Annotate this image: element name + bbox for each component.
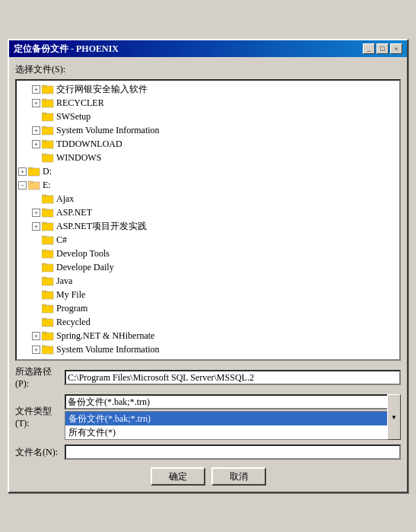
svg-rect-33 bbox=[42, 304, 46, 306]
svg-rect-2 bbox=[42, 100, 53, 107]
expand-button[interactable]: + bbox=[32, 140, 40, 148]
tree-item-label: Recycled bbox=[56, 317, 91, 328]
window-title: 定位备份文件 - PHOENIX bbox=[14, 43, 119, 56]
tree-item-label: E: bbox=[43, 180, 51, 191]
tree-item[interactable]: + Spring.NET & NHibernate bbox=[18, 329, 398, 342]
folder-icon bbox=[42, 207, 54, 218]
svg-rect-40 bbox=[42, 360, 53, 361]
expand-button[interactable]: + bbox=[32, 222, 40, 231]
expand-button[interactable]: + bbox=[32, 346, 40, 354]
tree-item[interactable]: - E: bbox=[18, 178, 398, 192]
tree-item[interactable]: WINDOWS bbox=[18, 151, 398, 164]
tree-item-label: My File bbox=[56, 289, 85, 301]
tree-item[interactable]: SWSetup bbox=[18, 110, 398, 123]
window-body: 选择文件(S): + 交行网银安全输入软件+ RECYCLER SWSetup+… bbox=[9, 57, 407, 492]
path-label: 所选路径(P): bbox=[15, 365, 65, 390]
tree-item-label: 交行网银安全输入软件 bbox=[56, 83, 148, 96]
button-row: 确定 取消 bbox=[15, 467, 401, 486]
title-bar-buttons: _ □ × bbox=[363, 43, 402, 54]
expand-placeholder bbox=[32, 318, 40, 327]
tree-item[interactable]: Program bbox=[18, 301, 398, 315]
filename-input[interactable] bbox=[65, 444, 401, 460]
expand-button[interactable]: + bbox=[18, 167, 27, 176]
svg-rect-13 bbox=[28, 167, 33, 169]
close-button[interactable]: × bbox=[390, 43, 402, 54]
svg-rect-14 bbox=[28, 182, 40, 190]
tree-item[interactable]: Ajax bbox=[18, 192, 398, 205]
folder-icon bbox=[42, 221, 54, 231]
filename-label: 文件名(N): bbox=[15, 446, 65, 459]
tree-item[interactable]: + RECYCLER bbox=[18, 96, 398, 110]
tree-item[interactable]: Recycled bbox=[18, 315, 398, 329]
folder-icon bbox=[42, 330, 54, 341]
tree-item[interactable]: Java bbox=[18, 274, 398, 288]
expand-button[interactable]: + bbox=[32, 99, 40, 107]
tree-item[interactable]: My File bbox=[18, 288, 398, 301]
svg-rect-38 bbox=[42, 346, 53, 354]
svg-rect-4 bbox=[42, 113, 53, 121]
dropdown-option[interactable]: 所有文件(*) bbox=[65, 425, 400, 439]
tree-item[interactable]: vss bbox=[18, 356, 398, 361]
expand-button[interactable]: - bbox=[18, 181, 27, 190]
filetype-label: 文件类型(T): bbox=[15, 405, 65, 429]
tree-item[interactable]: Develope Daily bbox=[18, 260, 398, 274]
svg-rect-11 bbox=[42, 154, 46, 155]
tree-item[interactable]: + ASP.NET项目开发实践 bbox=[18, 219, 398, 233]
folder-icon bbox=[42, 344, 54, 355]
main-window: 定位备份文件 - PHOENIX _ □ × 选择文件(S): + 交行网银安全… bbox=[8, 39, 408, 493]
tree-item[interactable]: Develop Tools bbox=[18, 247, 398, 260]
tree-item[interactable]: + 交行网银安全输入软件 bbox=[18, 82, 398, 96]
folder-icon bbox=[42, 317, 54, 327]
file-tree[interactable]: + 交行网银安全输入软件+ RECYCLER SWSetup+ System V… bbox=[15, 79, 401, 361]
tree-item-label: Develope Daily bbox=[56, 262, 114, 273]
tree-item[interactable]: + System Volume Information bbox=[18, 123, 398, 137]
tree-item-label: Program bbox=[56, 303, 87, 314]
expand-button[interactable]: + bbox=[32, 332, 40, 340]
svg-rect-35 bbox=[42, 318, 46, 320]
tree-item-label: Spring.NET & NHibernate bbox=[56, 330, 154, 342]
svg-rect-12 bbox=[28, 168, 40, 176]
folder-icon bbox=[42, 303, 54, 314]
path-input[interactable] bbox=[65, 370, 401, 385]
svg-rect-16 bbox=[42, 196, 53, 203]
tree-item[interactable]: + TDDOWNLOAD bbox=[18, 137, 398, 151]
svg-rect-21 bbox=[42, 222, 46, 224]
folder-icon bbox=[42, 125, 54, 135]
tree-item[interactable]: C# bbox=[18, 233, 398, 247]
svg-rect-28 bbox=[42, 278, 53, 285]
svg-rect-23 bbox=[42, 236, 46, 237]
tree-item-label: System Volume Information bbox=[56, 344, 160, 355]
filetype-dropdown-arrow[interactable]: ▼ bbox=[387, 394, 401, 440]
folder-icon bbox=[42, 234, 54, 245]
svg-rect-26 bbox=[42, 264, 53, 272]
path-row: 所选路径(P): bbox=[15, 365, 401, 390]
svg-rect-10 bbox=[42, 155, 53, 162]
tree-item[interactable]: + D: bbox=[18, 164, 398, 178]
expand-placeholder bbox=[32, 250, 40, 258]
expand-placeholder bbox=[32, 359, 40, 362]
folder-icon bbox=[28, 180, 40, 190]
svg-rect-31 bbox=[42, 291, 46, 292]
ok-button[interactable]: 确定 bbox=[151, 467, 205, 486]
dropdown-option[interactable]: 备份文件(*.bak;*.trn) bbox=[65, 412, 400, 425]
expand-placeholder bbox=[32, 236, 40, 244]
folder-icon bbox=[42, 97, 54, 108]
tree-item-label: Ajax bbox=[56, 193, 74, 205]
svg-rect-24 bbox=[42, 250, 53, 258]
expand-button[interactable]: + bbox=[32, 209, 40, 217]
expand-button[interactable]: + bbox=[32, 85, 40, 94]
tree-item[interactable]: + ASP.NET bbox=[18, 205, 398, 219]
folder-icon bbox=[28, 166, 40, 177]
svg-rect-34 bbox=[42, 319, 53, 327]
maximize-button[interactable]: □ bbox=[376, 43, 389, 54]
filetype-dropdown-list: 备份文件(*.bak;*.trn)所有文件(*) bbox=[65, 411, 401, 440]
expand-button[interactable]: + bbox=[32, 126, 40, 135]
title-bar: 定位备份文件 - PHOENIX _ □ × bbox=[9, 40, 407, 57]
minimize-button[interactable]: _ bbox=[363, 43, 375, 54]
cancel-button[interactable]: 取消 bbox=[211, 467, 266, 486]
svg-rect-29 bbox=[42, 277, 46, 279]
tree-item[interactable]: + System Volume Information bbox=[18, 342, 398, 356]
filetype-input[interactable] bbox=[65, 394, 401, 409]
expand-placeholder bbox=[32, 304, 40, 313]
svg-rect-8 bbox=[42, 141, 53, 148]
